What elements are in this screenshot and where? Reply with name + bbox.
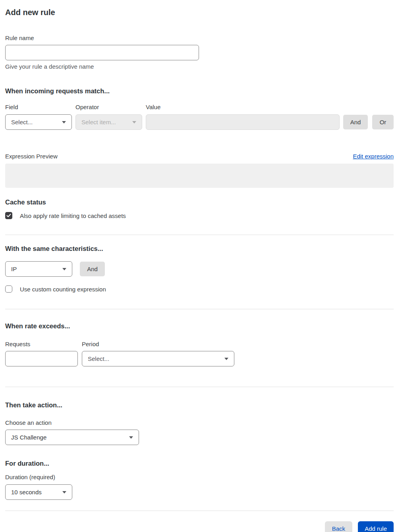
chevron-down-icon: [129, 436, 133, 439]
field-label: Field: [5, 104, 72, 110]
section-divider: [5, 309, 394, 309]
rule-name-label: Rule name: [5, 35, 394, 41]
footer-actions: Back Add rule: [5, 521, 394, 532]
rule-name-helper: Give your rule a descriptive name: [5, 63, 394, 70]
or-button[interactable]: Or: [372, 115, 394, 129]
characteristics-and-button[interactable]: And: [80, 262, 105, 276]
period-select-value: Select...: [88, 355, 109, 362]
custom-counting-checkbox[interactable]: [5, 285, 12, 293]
cached-assets-checkbox[interactable]: [5, 212, 12, 219]
duration-label: Duration (required): [5, 474, 394, 480]
action-select-value: JS Challenge: [11, 434, 46, 441]
edit-expression-link[interactable]: Edit expression: [353, 153, 394, 160]
characteristics-row: IP And: [5, 261, 394, 277]
chevron-down-icon: [62, 491, 66, 493]
characteristics-heading: With the same characteristics...: [5, 245, 394, 253]
footer-divider: [5, 511, 394, 511]
operator-label: Operator: [75, 104, 142, 110]
cache-checkbox-row: Also apply rate limiting to cached asset…: [5, 212, 394, 219]
page-title: Add new rule: [5, 8, 394, 17]
value-label: Value: [146, 104, 340, 110]
chevron-down-icon: [62, 121, 66, 123]
match-section-heading: When incoming requests match...: [5, 87, 394, 95]
duration-heading: For duration...: [5, 460, 394, 467]
requests-input[interactable]: [5, 351, 78, 366]
counting-expression-row: Use custom counting expression: [5, 285, 394, 293]
value-input: [146, 114, 340, 130]
rate-controls-row: Select...: [5, 351, 394, 366]
requests-label: Requests: [5, 341, 78, 347]
operator-select: Select item...: [75, 114, 142, 130]
duration-select[interactable]: 10 seconds: [5, 484, 72, 500]
expression-row: Expression Preview Edit expression: [5, 153, 394, 160]
rule-name-input[interactable]: [5, 45, 199, 60]
add-rule-button[interactable]: Add rule: [358, 521, 394, 532]
cached-assets-checkbox-label[interactable]: Also apply rate limiting to cached asset…: [20, 212, 126, 219]
chevron-down-icon: [224, 358, 228, 360]
cache-status-heading: Cache status: [5, 199, 394, 206]
characteristics-select-value: IP: [11, 266, 17, 272]
section-divider: [5, 235, 394, 235]
duration-select-value: 10 seconds: [11, 489, 42, 495]
operator-select-value: Select item...: [81, 119, 116, 125]
action-select[interactable]: JS Challenge: [5, 430, 139, 445]
rate-heading: When rate exceeds...: [5, 322, 394, 330]
characteristics-select[interactable]: IP: [5, 261, 72, 277]
chevron-down-icon: [62, 268, 66, 270]
period-label: Period: [82, 341, 234, 347]
period-select[interactable]: Select...: [82, 351, 234, 366]
match-labels-row: Field Operator Value: [5, 104, 394, 110]
chevron-down-icon: [132, 121, 136, 123]
expression-preview-box: [5, 164, 394, 188]
and-button[interactable]: And: [343, 115, 368, 129]
add-rule-form: Add new rule Rule name Give your rule a …: [0, 8, 398, 532]
expression-preview-label: Expression Preview: [5, 153, 58, 160]
back-button[interactable]: Back: [325, 521, 352, 532]
section-divider: [5, 387, 394, 387]
check-icon: [6, 214, 11, 218]
rate-labels-row: Requests Period: [5, 341, 394, 347]
action-heading: Then take action...: [5, 401, 394, 409]
custom-counting-checkbox-label[interactable]: Use custom counting expression: [20, 286, 106, 293]
match-controls-row: Select... Select item... And Or: [5, 114, 394, 130]
field-select-value: Select...: [11, 119, 33, 125]
choose-action-label: Choose an action: [5, 419, 394, 426]
field-select[interactable]: Select...: [5, 114, 72, 130]
